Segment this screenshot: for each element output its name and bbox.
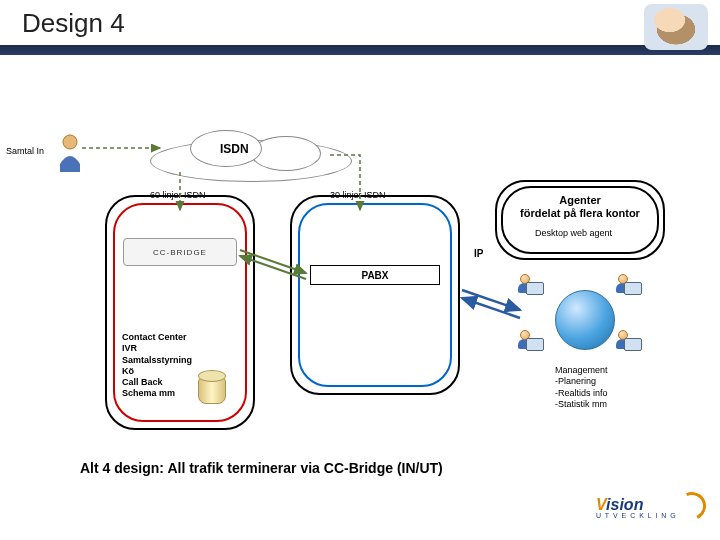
agents-line2: fördelat på flera kontor <box>508 207 652 220</box>
logo-rest: ision <box>606 496 643 513</box>
page-title: Design 4 <box>22 8 125 39</box>
cc-bridge-brand: CC-BRIDGE <box>153 248 207 257</box>
globe-icon <box>555 290 615 350</box>
database-icon <box>190 360 234 410</box>
pabx-label-box: PABX <box>310 265 440 285</box>
contact-center-list: Contact Center IVR Samtalsstyrning Kö Ca… <box>122 332 192 400</box>
agents-box-text: Agenter fördelat på flera kontor <box>508 194 652 220</box>
list-item: Contact Center <box>122 332 192 343</box>
agents-line1: Agenter <box>508 194 652 207</box>
label-samtal-in: Samtal In <box>6 146 44 157</box>
label-60-lines: 60 linjer ISDN <box>150 190 206 201</box>
label-pabx: PABX <box>361 270 388 281</box>
label-30-lines: 30 linjer ISDN <box>330 190 386 201</box>
title-bar: Design 4 <box>0 0 720 50</box>
list-item: -Statistik mm <box>555 399 608 410</box>
label-ip: IP <box>474 248 483 260</box>
agent-workstation-icon <box>618 272 650 302</box>
logo-v: V <box>596 496 606 513</box>
cc-bridge-badge: CC-BRIDGE <box>123 238 237 266</box>
management-title: Management <box>555 365 608 376</box>
agent-workstation-icon <box>520 272 552 302</box>
list-item: Call Back <box>122 377 192 388</box>
pabx-box-inner <box>298 203 452 387</box>
isdn-cloud-icon <box>150 130 350 185</box>
header-photo <box>644 4 708 50</box>
list-item: Samtalsstyrning <box>122 355 192 366</box>
label-isdn: ISDN <box>220 142 249 156</box>
agent-workstation-icon <box>520 328 552 358</box>
list-item: Kö <box>122 366 192 377</box>
caption: Alt 4 design: All trafik terminerar via … <box>80 460 443 476</box>
svg-line-6 <box>462 298 520 318</box>
list-item: IVR <box>122 343 192 354</box>
person-icon <box>60 135 80 172</box>
list-item: -Planering <box>555 376 608 387</box>
management-list: Management -Planering -Realtids info -St… <box>555 365 608 410</box>
svg-point-0 <box>63 135 77 149</box>
list-item: Schema mm <box>122 388 192 399</box>
vision-logo: Vision U T V E C K L I N G <box>596 496 706 532</box>
label-desktop-web-agent: Desktop web agent <box>535 228 612 239</box>
list-item: -Realtids info <box>555 388 608 399</box>
agent-workstation-icon <box>618 328 650 358</box>
svg-line-5 <box>462 290 520 310</box>
diagram-canvas: Samtal In ISDN 60 linjer ISDN 30 linjer … <box>0 60 720 490</box>
title-bar-stripe <box>0 45 720 55</box>
